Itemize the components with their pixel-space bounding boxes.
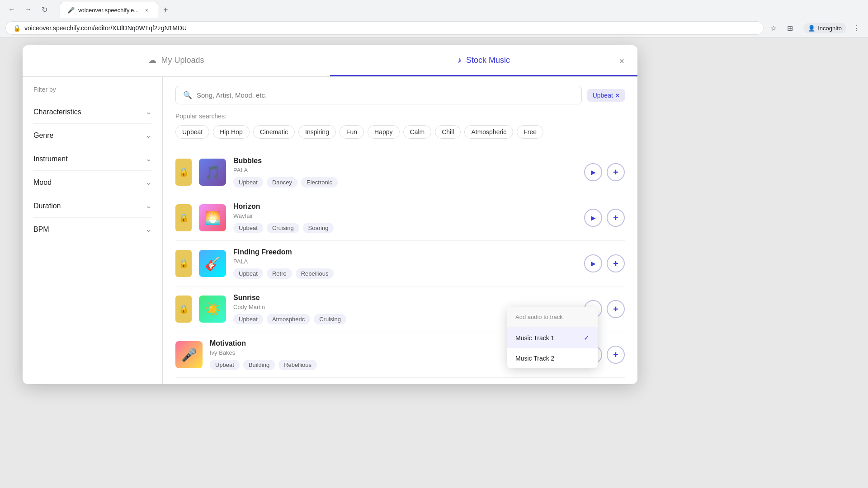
filter-instrument-label: Instrument: [33, 155, 68, 163]
filter-duration[interactable]: Duration ⌄: [33, 194, 151, 218]
popular-tag-hiphop[interactable]: Hip Hop: [213, 125, 250, 139]
tab-title: voiceover.speechify.e...: [78, 7, 139, 14]
filter-characteristics-label: Characteristics: [33, 108, 81, 116]
search-row: 🔍 Upbeat ×: [175, 86, 625, 104]
tag-upbeat-finding: Upbeat: [233, 268, 263, 279]
play-button-bubbles[interactable]: ▶: [584, 163, 602, 181]
tag-remove-button[interactable]: ×: [616, 92, 619, 99]
avatar-finding: 🎸: [199, 250, 226, 277]
modal-close-button[interactable]: ×: [615, 54, 628, 68]
tab-stock-music[interactable]: ♪ Stock Music: [330, 45, 637, 76]
incognito-icon: 👤: [808, 25, 815, 32]
add-button-horizon[interactable]: +: [607, 209, 625, 227]
music-track-1-label: Music Track 1: [515, 334, 554, 342]
tag-upbeat-sunrise: Upbeat: [233, 314, 263, 324]
browser-titlebar: ← → ↻ 🎤 voiceover.speechify.e... × +: [0, 0, 868, 19]
address-bar[interactable]: 🔒 voiceover.speechify.com/editor/XIJlDNq…: [5, 21, 764, 35]
chevron-mood-icon: ⌄: [146, 178, 151, 187]
filter-genre[interactable]: Genre ⌄: [33, 124, 151, 147]
tab-close-button[interactable]: ×: [142, 6, 151, 14]
chevron-instrument-icon: ⌄: [146, 155, 151, 163]
tag-cruising: Cruising: [267, 223, 299, 233]
more-button[interactable]: ⋮: [850, 22, 863, 34]
avatar-sunrise: ☀️: [199, 296, 226, 323]
add-button-sunrise[interactable]: +: [607, 300, 625, 318]
back-button[interactable]: ←: [5, 3, 18, 16]
tag-rebellious: Rebellious: [296, 268, 334, 279]
play-button-horizon[interactable]: ▶: [584, 209, 602, 227]
tag-upbeat-horizon: Upbeat: [233, 223, 263, 233]
dropdown-music-track-2[interactable]: Music Track 2: [507, 348, 598, 368]
dropdown-music-track-1[interactable]: Music Track 1 ✓: [507, 327, 598, 348]
add-button-bubbles[interactable]: +: [607, 163, 625, 181]
add-button-finding[interactable]: +: [607, 254, 625, 272]
extensions-button[interactable]: ⊞: [783, 22, 796, 34]
popular-tag-atmospheric[interactable]: Atmospheric: [464, 125, 513, 139]
track-name-bubbles: Bubbles: [233, 157, 577, 165]
avatar-motivation: 🎤: [175, 341, 203, 368]
lock-horizon: 🔒: [175, 204, 192, 231]
track-info-bubbles: Bubbles PALA Upbeat Dancey Electronic: [233, 157, 577, 188]
popular-tag-calm[interactable]: Calm: [403, 125, 432, 139]
filter-mood[interactable]: Mood ⌄: [33, 171, 151, 194]
modal-header: ☁ My Uploads ♪ Stock Music ×: [23, 45, 637, 77]
add-button-motivation[interactable]: +: [607, 346, 625, 364]
dropdown-header-text: Add audio to track: [515, 314, 563, 320]
popular-tag-upbeat[interactable]: Upbeat: [175, 125, 209, 139]
popular-tag-happy[interactable]: Happy: [368, 125, 399, 139]
search-input[interactable]: [197, 91, 574, 99]
new-tab-button[interactable]: +: [159, 4, 172, 16]
track-row-horizon: 🔒 🌅 Horizon Wayfair Upbeat Cruising Soar…: [175, 195, 625, 241]
lock-finding: 🔒: [175, 250, 192, 277]
tab-my-uploads[interactable]: ☁ My Uploads: [23, 45, 330, 76]
star-button[interactable]: ☆: [767, 22, 780, 34]
track-row-finding: 🔒 🎸 Finding Freedom PALA Upbeat Retro Re…: [175, 241, 625, 286]
tag-retro: Retro: [267, 268, 292, 279]
track-artist-horizon: Wayfair: [233, 212, 577, 219]
music-track-2-label: Music Track 2: [515, 355, 554, 362]
browser-chrome: ← → ↻ 🎤 voiceover.speechify.e... × + 🔒 v…: [0, 0, 868, 38]
refresh-button[interactable]: ↻: [38, 3, 51, 16]
chevron-characteristics-icon: ⌄: [146, 108, 151, 116]
tag-upbeat-motivation: Upbeat: [210, 360, 240, 370]
browser-tab[interactable]: 🎤 voiceover.speechify.e... ×: [60, 2, 158, 18]
track-tags-horizon: Upbeat Cruising Soaring: [233, 223, 577, 233]
popular-tags-row: Upbeat Hip Hop Cinematic Inspiring Fun H…: [175, 125, 625, 139]
filter-instrument[interactable]: Instrument ⌄: [33, 147, 151, 171]
modal-body: Filter by Characteristics ⌄ Genre ⌄ Inst…: [23, 77, 637, 384]
filter-bpm[interactable]: BPM ⌄: [33, 218, 151, 241]
popular-tag-inspiring[interactable]: Inspiring: [298, 125, 336, 139]
music-note-icon: ♪: [458, 56, 462, 65]
modal-overlay: ☁ My Uploads ♪ Stock Music × Filter by C…: [23, 45, 637, 384]
search-icon: 🔍: [183, 91, 192, 99]
popular-tag-free[interactable]: Free: [517, 125, 543, 139]
track-row-motivation: 🎤 Motivation Ivy Bakes Upbeat Building R…: [175, 332, 625, 378]
check-icon: ✓: [584, 333, 590, 342]
tab-uploads-label: My Uploads: [161, 56, 204, 65]
chevron-genre-icon: ⌄: [146, 131, 151, 140]
filter-characteristics[interactable]: Characteristics ⌄: [33, 100, 151, 124]
filter-bpm-label: BPM: [33, 225, 49, 234]
search-input-wrap[interactable]: 🔍: [175, 86, 582, 104]
popular-tag-cinematic[interactable]: Cinematic: [253, 125, 295, 139]
search-tag-label: Upbeat: [593, 92, 613, 99]
track-tags-bubbles: Upbeat Dancey Electronic: [233, 177, 577, 188]
forward-button[interactable]: →: [22, 3, 34, 16]
track-tags-finding: Upbeat Retro Rebellious: [233, 268, 577, 279]
incognito-label: Incognito: [818, 25, 842, 32]
tab-stock-label: Stock Music: [466, 56, 510, 65]
chevron-bpm-icon: ⌄: [146, 225, 151, 234]
popular-tag-fun[interactable]: Fun: [340, 125, 364, 139]
chevron-duration-icon: ⌄: [146, 202, 151, 210]
play-button-finding[interactable]: ▶: [584, 254, 602, 272]
track-name-sunrise: Sunrise: [233, 294, 577, 302]
sidebar: Filter by Characteristics ⌄ Genre ⌄ Inst…: [23, 77, 163, 384]
filter-by-label: Filter by: [33, 86, 151, 93]
tag-cruising-sunrise: Cruising: [314, 314, 346, 324]
track-name-horizon: Horizon: [233, 202, 577, 211]
track-row-yougot: 🔒 💪 You Got This Reveille Upbeat Buildin…: [175, 378, 625, 384]
active-search-tag: Upbeat ×: [587, 89, 625, 102]
popular-tag-chill[interactable]: Chill: [435, 125, 461, 139]
tab-bar: 🎤 voiceover.speechify.e... × +: [54, 1, 863, 18]
popular-searches-label: Popular searches:: [175, 113, 625, 120]
